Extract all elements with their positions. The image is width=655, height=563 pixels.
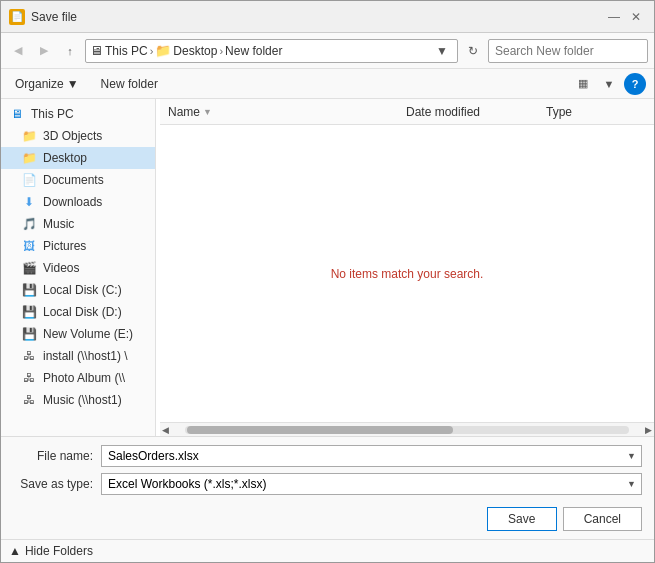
folder-icon: 📁 <box>21 128 37 144</box>
documents-icon: 📄 <box>21 172 37 188</box>
footer: File name: Save as type: Excel Workbooks… <box>1 436 654 539</box>
address-parts: 🖥 This PC › 📁 Desktop › New folder <box>90 43 431 58</box>
address-bar[interactable]: 🖥 This PC › 📁 Desktop › New folder ▼ <box>85 39 458 63</box>
save-file-dialog: 📄 Save file — ✕ ◀ ▶ ↑ 🖥 This PC › 📁 Desk… <box>0 0 655 563</box>
close-button[interactable]: ✕ <box>626 7 646 27</box>
column-header-name[interactable]: Name ▼ <box>168 105 406 119</box>
minimize-button[interactable]: — <box>604 7 624 27</box>
saveastype-label: Save as type: <box>13 477 93 491</box>
disk-d-icon: 💾 <box>21 304 37 320</box>
sidebar-item-local-disk-c[interactable]: 💾 Local Disk (C:) <box>1 279 155 301</box>
dialog-icon: 📄 <box>9 9 25 25</box>
sidebar-new-volume-e-label: New Volume (E:) <box>43 327 133 341</box>
file-column-headers: Name ▼ Date modified Type <box>160 99 654 125</box>
addr-new-folder: New folder <box>225 44 282 58</box>
sidebar-item-videos[interactable]: 🎬 Videos <box>1 257 155 279</box>
view-dropdown-button[interactable]: ▼ <box>598 73 620 95</box>
sidebar-item-3d-objects[interactable]: 📁 3D Objects <box>1 125 155 147</box>
hide-folders-bar[interactable]: ▲ Hide Folders <box>1 539 654 562</box>
new-folder-button[interactable]: New folder <box>93 75 166 93</box>
saveastype-select[interactable]: Excel Workbooks (*.xls;*.xlsx) <box>101 473 642 495</box>
sidebar-this-pc-label: This PC <box>31 107 74 121</box>
disk-c-icon: 💾 <box>21 282 37 298</box>
navigation-toolbar: ◀ ▶ ↑ 🖥 This PC › 📁 Desktop › New folder… <box>1 33 654 69</box>
sidebar: 🖥 This PC 📁 3D Objects 📁 Desktop 📄 Docum… <box>1 99 156 436</box>
saveastype-wrapper: Excel Workbooks (*.xls;*.xlsx) <box>101 473 642 495</box>
filename-row: File name: <box>13 445 642 467</box>
column-header-type[interactable]: Type <box>546 105 646 119</box>
empty-message: No items match your search. <box>331 267 484 281</box>
column-header-date[interactable]: Date modified <box>406 105 546 119</box>
refresh-button[interactable]: ↻ <box>462 40 484 62</box>
filename-wrapper <box>101 445 642 467</box>
file-content-area: No items match your search. <box>160 125 654 422</box>
back-button[interactable]: ◀ <box>7 40 29 62</box>
sidebar-item-new-volume-e[interactable]: 💾 New Volume (E:) <box>1 323 155 345</box>
scroll-left-arrow[interactable]: ◀ <box>162 425 169 435</box>
downloads-icon: ⬇ <box>21 194 37 210</box>
addr-this-pc-label: This PC <box>105 44 148 58</box>
sidebar-local-disk-d-label: Local Disk (D:) <box>43 305 122 319</box>
horizontal-scrollbar[interactable]: ◀ ▶ <box>160 422 654 436</box>
scroll-thumb[interactable] <box>187 426 453 434</box>
view-toggle-button[interactable]: ▦ <box>572 73 594 95</box>
addr-sep-2: › <box>219 45 223 57</box>
sidebar-item-local-disk-d[interactable]: 💾 Local Disk (D:) <box>1 301 155 323</box>
window-controls: — ✕ <box>604 7 646 27</box>
sidebar-desktop-label: Desktop <box>43 151 87 165</box>
addr-new-folder-label: New folder <box>225 44 282 58</box>
sidebar-music-host1-label: Music (\\host1) <box>43 393 122 407</box>
file-pane: Name ▼ Date modified Type No items match… <box>160 99 654 436</box>
column-type-label: Type <box>546 105 572 119</box>
sidebar-music-label: Music <box>43 217 74 231</box>
pc-icon: 🖥 <box>9 106 25 122</box>
network-icon-photo: 🖧 <box>21 370 37 386</box>
filename-input[interactable] <box>101 445 642 467</box>
sidebar-item-music-host1[interactable]: 🖧 Music (\\host1) <box>1 389 155 411</box>
addr-desktop: 📁 Desktop <box>155 43 217 58</box>
help-button[interactable]: ? <box>624 73 646 95</box>
sidebar-item-desktop[interactable]: 📁 Desktop <box>1 147 155 169</box>
search-input[interactable] <box>488 39 648 63</box>
hide-folders-label: Hide Folders <box>25 544 93 558</box>
sidebar-item-photo-album[interactable]: 🖧 Photo Album (\\ <box>1 367 155 389</box>
addr-this-pc: 🖥 This PC <box>90 43 148 58</box>
pictures-icon: 🖼 <box>21 238 37 254</box>
desktop-folder-icon: 📁 <box>21 150 37 166</box>
sidebar-item-music[interactable]: 🎵 Music <box>1 213 155 235</box>
sidebar-item-this-pc[interactable]: 🖥 This PC <box>1 103 155 125</box>
music-icon: 🎵 <box>21 216 37 232</box>
column-sort-icon: ▼ <box>203 107 212 117</box>
sidebar-photo-album-label: Photo Album (\\ <box>43 371 125 385</box>
footer-buttons: Save Cancel <box>13 501 642 531</box>
forward-button[interactable]: ▶ <box>33 40 55 62</box>
sidebar-install-label: install (\\host1) \ <box>43 349 128 363</box>
organize-button[interactable]: Organize ▼ <box>9 75 85 93</box>
cancel-button[interactable]: Cancel <box>563 507 642 531</box>
network-icon-install: 🖧 <box>21 348 37 364</box>
sidebar-item-downloads[interactable]: ⬇ Downloads <box>1 191 155 213</box>
dialog-title: Save file <box>31 10 604 24</box>
up-button[interactable]: ↑ <box>59 40 81 62</box>
scroll-right-arrow[interactable]: ▶ <box>645 425 652 435</box>
column-name-label: Name <box>168 105 200 119</box>
organize-dropdown-icon: ▼ <box>67 77 79 91</box>
addr-desktop-label: Desktop <box>173 44 217 58</box>
main-content: 🖥 This PC 📁 3D Objects 📁 Desktop 📄 Docum… <box>1 99 654 436</box>
videos-icon: 🎬 <box>21 260 37 276</box>
network-icon-music: 🖧 <box>21 392 37 408</box>
sidebar-3d-objects-label: 3D Objects <box>43 129 102 143</box>
sidebar-item-install-host1[interactable]: 🖧 install (\\host1) \ <box>1 345 155 367</box>
sidebar-pictures-label: Pictures <box>43 239 86 253</box>
save-button[interactable]: Save <box>487 507 557 531</box>
sidebar-item-pictures[interactable]: 🖼 Pictures <box>1 235 155 257</box>
title-bar: 📄 Save file — ✕ <box>1 1 654 33</box>
action-bar: Organize ▼ New folder ▦ ▼ ? <box>1 69 654 99</box>
organize-label: Organize <box>15 77 64 91</box>
address-dropdown-button[interactable]: ▼ <box>431 40 453 62</box>
column-date-label: Date modified <box>406 105 480 119</box>
sidebar-downloads-label: Downloads <box>43 195 102 209</box>
scroll-track[interactable] <box>185 426 629 434</box>
sidebar-item-documents[interactable]: 📄 Documents <box>1 169 155 191</box>
saveastype-row: Save as type: Excel Workbooks (*.xls;*.x… <box>13 473 642 495</box>
